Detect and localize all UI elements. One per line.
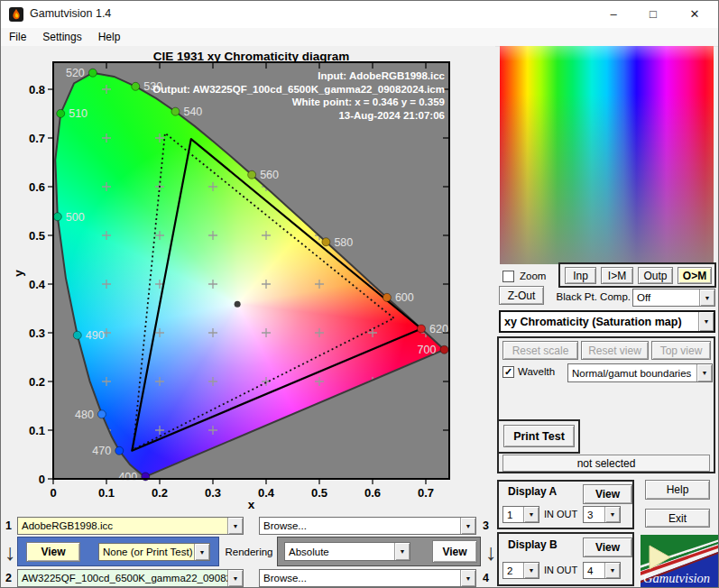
annotation-whitepoint: White point: x = 0.346 y = 0.359 [152, 96, 445, 109]
reset-scale-button[interactable]: Reset scale [502, 341, 578, 360]
rendering-intent-value: Absolute [285, 547, 394, 557]
svg-text:0.1: 0.1 [29, 424, 45, 437]
status-field: not selected [502, 455, 710, 472]
title-bar: Gamutvision 1.4 – □ ✕ [1, 1, 718, 29]
chevron-down-icon[interactable]: ▼ [604, 507, 620, 522]
reset-view-button[interactable]: Reset view [581, 341, 649, 360]
svg-text:0.1: 0.1 [98, 486, 115, 500]
spectral-locus-fill [53, 62, 449, 479]
display-b-label: Display B [508, 538, 558, 551]
saturation-map-preview [500, 46, 714, 264]
display-a-in-combo[interactable]: 1 ▼ [502, 506, 539, 523]
rendering-label: Rendering [221, 537, 277, 566]
minimize-button[interactable]: – [594, 1, 633, 28]
chevron-down-icon[interactable]: ▼ [699, 289, 714, 306]
plot-area[interactable] [53, 62, 449, 479]
annotation-output: Output: AW3225QF_100cd_6500K_gamma22_090… [152, 83, 445, 96]
svg-text:0.5: 0.5 [311, 486, 327, 500]
close-button[interactable]: ✕ [675, 1, 714, 28]
black-pt-comp-label: Black Pt. Comp. [546, 291, 631, 302]
wavelth-checkbox[interactable]: ✓ [502, 366, 514, 378]
rendering-intent-combo[interactable]: Absolute ▼ [284, 542, 410, 561]
black-pt-comp-combo[interactable]: Off ▼ [632, 289, 715, 307]
window-title: Gamutvision 1.4 [30, 7, 111, 20]
svg-text:0.3: 0.3 [29, 326, 45, 340]
svg-text:0.2: 0.2 [152, 486, 168, 500]
print-test-select-value: None (or Print Test) [99, 547, 194, 557]
x-axis-label: x [248, 498, 255, 511]
chevron-down-icon[interactable]: ▼ [227, 518, 243, 534]
browse-combo-4[interactable]: Browse... ▼ [259, 569, 476, 587]
display-a-view-button[interactable]: View [583, 484, 632, 504]
gamutvision-window: Gamutvision 1.4 – □ ✕ File Settings Help… [0, 0, 719, 588]
slot1-number: 1 [5, 519, 12, 532]
input-profile-combo[interactable]: AdobeRGB1998.icc ▼ [17, 517, 244, 535]
help-button[interactable]: Help [645, 480, 710, 500]
display-b-view-button[interactable]: View [583, 537, 632, 557]
svg-text:0: 0 [39, 473, 45, 486]
svg-text:0.2: 0.2 [29, 375, 45, 389]
view-mode-combo[interactable]: xy Chromaticity (Saturation map) ▼ [499, 310, 715, 333]
i-to-m-button[interactable]: I>M [601, 267, 633, 284]
zoom-checkbox-label: Zoom [520, 271, 546, 281]
chevron-down-icon[interactable]: ▼ [696, 364, 712, 381]
output-profile-combo[interactable]: AW3225QF_100cd_6500K_gamma22_0908202 ▼ [17, 569, 244, 587]
svg-text:0.4: 0.4 [258, 486, 275, 500]
black-pt-comp-value: Off [633, 292, 699, 303]
chart-title: CIE 1931 xy Chromaticity diagram [53, 50, 449, 63]
menu-settings[interactable]: Settings [34, 29, 89, 45]
chevron-down-icon[interactable]: ▼ [460, 518, 475, 534]
display-b-out-combo[interactable]: 4 ▼ [583, 562, 621, 579]
display-b-in-value: 2 [503, 565, 523, 576]
view-output-button[interactable]: View [432, 540, 477, 563]
display-b-inout-label: IN OUT [544, 565, 577, 575]
zoom-checkbox[interactable] [502, 271, 514, 282]
menu-bar: File Settings Help [1, 28, 718, 47]
display-a-out-combo[interactable]: 3 ▼ [583, 506, 621, 523]
chevron-down-icon[interactable]: ▼ [394, 543, 410, 560]
display-a-in-value: 1 [503, 510, 523, 520]
svg-text:0.5: 0.5 [29, 229, 45, 243]
svg-text:0: 0 [50, 486, 56, 500]
svg-text:0.8: 0.8 [29, 83, 45, 96]
z-out-button[interactable]: Z-Out [499, 286, 544, 305]
print-test-button[interactable]: Print Test [503, 425, 575, 447]
view-input-button[interactable]: View [26, 542, 80, 562]
app-icon [9, 7, 23, 22]
maximize-button[interactable]: □ [633, 1, 673, 28]
svg-text:Gamutvision: Gamutvision [643, 571, 710, 585]
menu-help[interactable]: Help [90, 29, 129, 45]
browse-combo-3[interactable]: Browse... ▼ [259, 517, 476, 535]
plot-annotation: Input: AdobeRGB1998.icc Output: AW3225QF… [152, 69, 445, 122]
chevron-down-icon[interactable]: ▼ [460, 570, 475, 586]
inp-button[interactable]: Inp [565, 267, 596, 284]
display-b-in-combo[interactable]: 2 ▼ [502, 562, 539, 579]
slot3-number: 3 [483, 519, 489, 532]
wavelth-combo[interactable]: Normal/gamut boundaries ▼ [567, 363, 713, 382]
chromaticity-figure: CIE 1931 xy Chromaticity diagram 4004704… [1, 46, 495, 515]
chevron-down-icon[interactable]: ▼ [194, 544, 209, 560]
annotation-input: Input: AdobeRGB1998.icc [152, 69, 445, 83]
view-mode-value: xy Chromaticity (Saturation map) [501, 316, 698, 328]
exit-button[interactable]: Exit [645, 509, 710, 528]
svg-text:0.6: 0.6 [364, 486, 381, 500]
chevron-down-icon[interactable]: ▼ [523, 563, 539, 578]
top-view-button[interactable]: Top view [651, 341, 711, 360]
chevron-down-icon[interactable]: ▼ [227, 570, 243, 586]
svg-text:0.4: 0.4 [29, 278, 46, 291]
slot4-number: 4 [483, 572, 489, 584]
chevron-down-icon[interactable]: ▼ [604, 563, 620, 578]
display-a-label: Display A [508, 485, 557, 498]
chevron-down-icon[interactable]: ▼ [523, 507, 539, 522]
wavelth-label: Wavelth [518, 366, 555, 377]
o-to-m-button[interactable]: O>M [678, 267, 712, 284]
input-profile-value: AdobeRGB1998.icc [18, 520, 227, 531]
print-test-select-combo[interactable]: None (or Print Test) ▼ [98, 543, 210, 561]
down-arrow-right-icon: ↓ [484, 537, 497, 566]
gamutvision-logo: Gamutvision [641, 535, 718, 587]
browse-3-value: Browse... [260, 520, 460, 531]
chevron-down-icon[interactable]: ▼ [698, 312, 714, 331]
outp-button[interactable]: Outp [638, 267, 673, 284]
down-arrow-left-icon: ↓ [4, 537, 16, 566]
menu-file[interactable]: File [1, 29, 34, 45]
